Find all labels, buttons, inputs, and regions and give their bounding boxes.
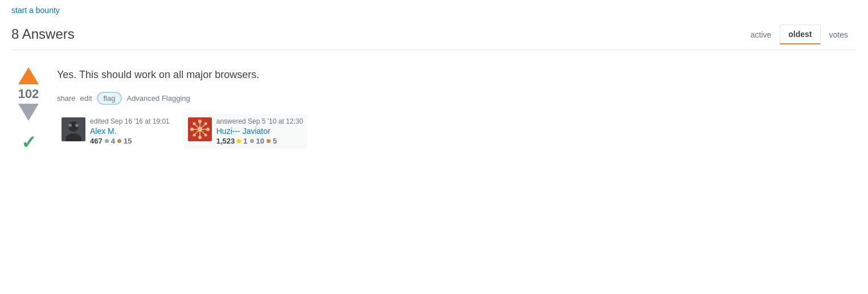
answerer-silver-dot xyxy=(250,139,254,143)
svg-point-16 xyxy=(193,122,195,125)
vote-count: 102 xyxy=(18,88,39,100)
answerer-action-time: answered Sep 5 '10 at 12:30 xyxy=(216,117,303,125)
editor-silver-count: 4 xyxy=(111,137,115,145)
editor-info: edited Sep 16 '16 at 19:01 Alex M. 467 4… xyxy=(90,117,170,145)
editor-avatar xyxy=(62,117,85,141)
answerer-bronze-count: 5 xyxy=(273,137,277,145)
answerer-info: answered Sep 5 '10 at 12:30 Huzi--- Javi… xyxy=(216,117,303,145)
answerer-rep-score: 1,523 xyxy=(216,137,235,145)
svg-point-5 xyxy=(75,124,79,127)
tab-active[interactable]: active xyxy=(742,25,780,44)
svg-point-4 xyxy=(68,124,72,127)
user-cards: edited Sep 16 '16 at 19:01 Alex M. 467 4… xyxy=(57,114,857,149)
svg-point-17 xyxy=(204,122,207,125)
share-link[interactable]: share xyxy=(57,94,76,103)
accepted-checkmark: ✓ xyxy=(21,133,36,152)
answer-content: Yes. This should work on all major brows… xyxy=(57,67,857,149)
vote-column: 102 ✓ xyxy=(11,67,46,152)
vote-up-button[interactable] xyxy=(18,67,39,84)
answers-count: 8 Answers xyxy=(11,26,75,42)
editor-silver-dot xyxy=(105,139,109,143)
answerer-gold-count: 1 xyxy=(243,137,247,145)
svg-point-12 xyxy=(198,120,202,123)
tab-oldest[interactable]: oldest xyxy=(780,24,820,44)
answerer-bronze-dot xyxy=(267,139,271,143)
editor-bronze-count: 15 xyxy=(124,137,132,145)
page-wrapper: start a bounty 8 Answers active oldest v… xyxy=(0,0,868,169)
answerer-name[interactable]: Huzi--- Javiator xyxy=(216,126,303,136)
svg-point-13 xyxy=(198,136,202,139)
answerer-avatar xyxy=(188,117,212,141)
editor-card: edited Sep 16 '16 at 19:01 Alex M. 467 4… xyxy=(57,114,174,149)
answer-actions: share edit flag Advanced Flagging xyxy=(57,92,857,105)
answerer-card: answered Sep 5 '10 at 12:30 Huzi--- Javi… xyxy=(183,114,308,149)
editor-action-time: edited Sep 16 '16 at 19:01 xyxy=(90,117,170,125)
svg-point-19 xyxy=(204,134,207,137)
svg-point-11 xyxy=(198,127,202,132)
svg-rect-3 xyxy=(62,117,85,141)
answers-header: 8 Answers active oldest votes xyxy=(11,24,857,50)
editor-bronze-dot xyxy=(117,139,121,143)
flag-button[interactable]: flag xyxy=(97,92,122,105)
edit-link[interactable]: edit xyxy=(80,94,92,103)
tab-votes[interactable]: votes xyxy=(821,25,857,44)
answer-text: Yes. This should work on all major brows… xyxy=(57,67,857,83)
answerer-reputation: 1,523 1 10 5 xyxy=(216,137,303,145)
answerer-gold-dot xyxy=(237,139,241,143)
editor-name[interactable]: Alex M. xyxy=(90,126,170,136)
svg-point-14 xyxy=(190,128,194,131)
sort-tabs: active oldest votes xyxy=(742,24,857,44)
editor-reputation: 467 4 15 xyxy=(90,137,170,145)
start-bounty-link[interactable]: start a bounty xyxy=(11,6,857,15)
answerer-silver-count: 10 xyxy=(256,137,264,145)
answer-row: 102 ✓ Yes. This should work on all major… xyxy=(11,62,857,163)
advanced-flagging-link[interactable]: Advanced Flagging xyxy=(126,94,190,103)
svg-point-15 xyxy=(206,128,210,131)
vote-down-button[interactable] xyxy=(18,104,39,121)
svg-point-18 xyxy=(193,134,195,137)
editor-rep-score: 467 xyxy=(90,137,103,145)
